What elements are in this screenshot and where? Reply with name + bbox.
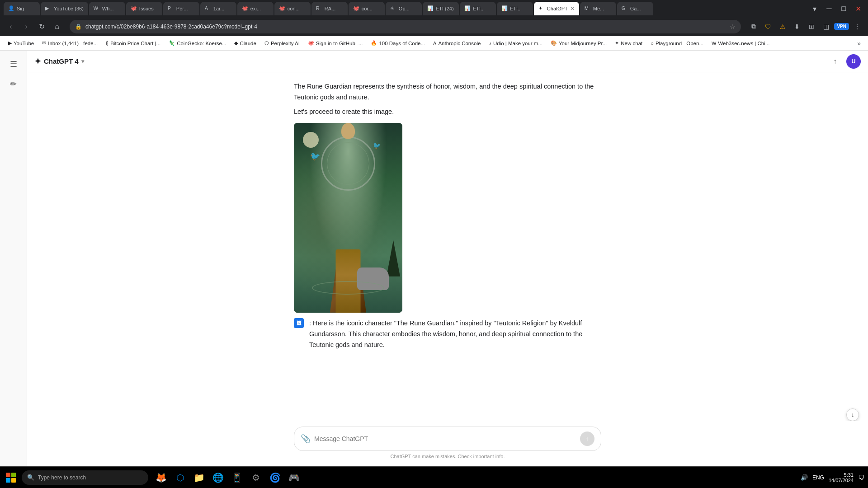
new-chat-btn[interactable]: ✏ [5, 76, 22, 92]
tab-tab-gh1[interactable]: 🐙Issues [126, 2, 162, 15]
share-btn[interactable]: ↑ [828, 55, 842, 68]
extensions-btn[interactable]: ⧉ [747, 20, 760, 33]
windows-quad-4 [11, 478, 16, 483]
warning-icon[interactable]: ⚠ [776, 20, 789, 33]
bookmark-label-6: Sign in to GitHub -... [316, 41, 363, 46]
back-btn[interactable]: ‹ [5, 20, 17, 33]
toolbar-right: ⧉ 🛡 ⚠ ⬇ ⊞ ◫ VPN ⋮ [747, 20, 863, 33]
bookmark-item-8[interactable]: AAnthropic Console [429, 38, 484, 49]
bookmark-item-5[interactable]: ⬡Perplexity AI [261, 38, 303, 49]
reload-btn[interactable]: ↻ [35, 20, 48, 33]
tab-tab-et2[interactable]: 📊ETf... [460, 2, 496, 15]
tab-label-tab-wh: Wh... [102, 6, 121, 11]
menu-btn[interactable]: ⋮ [851, 20, 863, 33]
sidebar-menu-btn[interactable]: ☰ [5, 56, 22, 72]
tab-tab-pe[interactable]: PPer... [163, 2, 199, 15]
taskbar-app6[interactable]: ⚙ [248, 469, 264, 486]
tab-tab-yt[interactable]: ▶YouTube (36) [41, 2, 88, 15]
message-text-proceed: Let's proceed to create this image. [294, 107, 601, 117]
tab-tab-co[interactable]: 🐙con... [274, 2, 311, 15]
bookmark-favicon-7: 🔥 [371, 40, 377, 46]
bookmark-item-10[interactable]: 🎨Your Midjourney Pr... [547, 38, 610, 49]
close-btn[interactable]: ✕ [852, 2, 864, 15]
taskbar-app5[interactable]: 📱 [229, 469, 245, 486]
user-avatar[interactable]: U [846, 54, 861, 69]
bookmark-item-9[interactable]: ♪Udio | Make your m... [485, 38, 546, 49]
attach-icon[interactable]: 📎 [301, 434, 311, 444]
windows-logo [6, 473, 16, 483]
tab-label-tab-co: con... [288, 6, 306, 11]
bookmark-favicon-11: ✦ [615, 40, 619, 46]
tab-favicon-tab-sig: 👤 [8, 5, 14, 12]
message-input[interactable] [314, 435, 576, 442]
taskbar-explorer[interactable]: 📁 [191, 469, 207, 486]
sidebar-toggle[interactable]: ◫ [820, 20, 832, 33]
trees-element [387, 240, 400, 277]
taskbar-search[interactable]: 🔍 Type here to search [22, 470, 148, 485]
tab-label-tab-et3: ETf... [510, 6, 528, 11]
taskbar-firefox[interactable]: 🦊 [153, 469, 169, 486]
bookmark-item-3[interactable]: 🦎CoinGecko: Koerse... [165, 38, 230, 49]
tab-tab-et3[interactable]: 📊ETf... [497, 2, 533, 15]
tab-tab-ga[interactable]: GGa... [617, 2, 653, 15]
tab-tab-wh[interactable]: WWh... [89, 2, 125, 15]
maximize-btn[interactable]: □ [837, 2, 850, 15]
tab-label-tab-chatgpt: ChatGPT [547, 6, 568, 11]
tab-favicon-tab-me: M [585, 5, 591, 12]
tab-label-tab-op: Op... [399, 6, 417, 11]
vpn-badge: VPN [834, 23, 849, 30]
lock-icon: 🔒 [75, 23, 82, 30]
taskbar-chrome[interactable]: 🌐 [210, 469, 226, 486]
model-selector[interactable]: ✦ ChatGPT 4 ▾ [34, 56, 84, 66]
taskbar-language: ENG [812, 474, 824, 481]
home-btn[interactable]: ⌂ [51, 20, 63, 33]
bookmark-item-11[interactable]: ✦New chat [611, 38, 646, 49]
tab-tab-ar[interactable]: A1ar... [200, 2, 236, 15]
tab-tab-ex[interactable]: 🐙exi... [237, 2, 274, 15]
bookmark-item-7[interactable]: 🔥100 Days of Code... [367, 38, 429, 49]
bookmark-item-0[interactable]: ▶YouTube [5, 38, 38, 49]
bookmark-favicon-2: ₿ [106, 41, 108, 46]
generated-image: 🐦 🐦 [294, 123, 402, 313]
bookmarks-more-btn[interactable]: » [854, 38, 863, 49]
tab-favicon-tab-gh1: 🐙 [131, 5, 137, 12]
tab-tab-et1[interactable]: 📊ETf (24) [423, 2, 459, 15]
bookmark-favicon-13: W [712, 41, 716, 46]
tab-tab-op[interactable]: ✳Op... [386, 2, 422, 15]
bookmark-favicon-12: ○ [651, 41, 654, 46]
shield-icon[interactable]: 🛡 [762, 20, 774, 33]
bookmark-item-2[interactable]: ₿Bitcoin Price Chart |... [102, 38, 164, 49]
header-right: ↑ U [828, 54, 861, 69]
bookmark-item-13[interactable]: WWeb3sec.news | Chi... [708, 38, 773, 49]
bookmark-star-icon[interactable]: ☆ [730, 23, 736, 30]
tab-tab-chatgpt[interactable]: ✦ChatGPT✕ [534, 2, 579, 15]
send-button[interactable]: ↑ [580, 432, 594, 446]
bookmark-item-6[interactable]: 🐙Sign in to GitHub -... [304, 38, 367, 49]
tab-tab-co2[interactable]: 🐙cor... [349, 2, 385, 15]
tab-close-tab-chatgpt[interactable]: ✕ [570, 5, 575, 12]
bookmark-favicon-6: 🐙 [308, 40, 314, 46]
minimize-btn[interactable]: ─ [823, 2, 835, 15]
layout-icon[interactable]: ⊞ [805, 20, 818, 33]
bookmark-item-12[interactable]: ○Playground - Open... [647, 38, 707, 49]
bookmark-label-2: Bitcoin Price Chart |... [110, 41, 160, 46]
bookmark-item-1[interactable]: ✉Inbox (1,441) - fede... [38, 38, 101, 49]
taskbar-edge[interactable]: 🌀 [267, 469, 283, 486]
message-text-after: : Here is the iconic character "The Rune… [309, 318, 601, 351]
notification-icon[interactable]: 🗨 [858, 474, 864, 481]
tab-dropdown-btn[interactable]: ▾ [808, 2, 821, 15]
bookmark-label-11: New chat [621, 41, 642, 46]
start-button[interactable] [4, 470, 18, 485]
tab-tab-sig[interactable]: 👤Sig [4, 2, 40, 15]
taskbar-vscode[interactable]: ⬡ [172, 469, 188, 486]
tab-tab-ra[interactable]: RRA... [311, 2, 348, 15]
taskbar-app8[interactable]: 🎮 [286, 469, 302, 486]
tab-tab-me[interactable]: MMe... [580, 2, 616, 15]
bookmark-favicon-4: ◆ [234, 40, 238, 46]
bookmark-item-4[interactable]: ◆Claude [231, 38, 259, 49]
raven-left: 🐦 [310, 151, 320, 161]
scroll-down-btn[interactable]: ↓ [846, 408, 859, 421]
download-icon[interactable]: ⬇ [791, 20, 803, 33]
forward-btn[interactable]: › [20, 20, 33, 33]
address-bar[interactable]: 🔒 chatgpt.com/c/02be89b6-a184-463e-9878-… [70, 20, 741, 33]
